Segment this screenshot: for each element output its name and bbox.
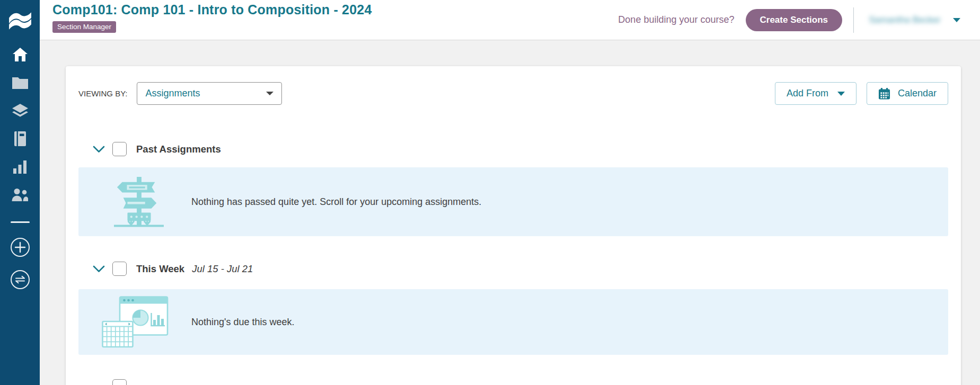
app-root: Comp101: Comp 101 - Intro to Composition… xyxy=(0,0,980,385)
add-from-button[interactable]: Add From xyxy=(775,82,857,105)
sidebar-add-button[interactable] xyxy=(10,237,30,257)
calendar-label: Calendar xyxy=(898,88,937,99)
content-column: Comp101: Comp 101 - Intro to Composition… xyxy=(40,0,980,385)
section-title: This Week xyxy=(136,263,184,275)
viewing-by-value: Assignments xyxy=(146,88,200,99)
sidebar xyxy=(0,0,40,385)
sidebar-divider xyxy=(11,221,30,223)
home-icon xyxy=(13,48,28,61)
collapse-chevron-icon[interactable] xyxy=(93,146,105,153)
sidebar-item-notebook[interactable] xyxy=(12,131,29,147)
plus-circle-icon xyxy=(10,237,30,257)
chevron-down-icon xyxy=(837,92,845,96)
empty-state-message: Nothing's due this week. xyxy=(191,317,295,328)
signpost-icon xyxy=(114,175,191,228)
section-title: Past Assignments xyxy=(136,144,221,155)
dashboard-calendar-icon xyxy=(102,296,191,348)
add-from-label: Add From xyxy=(787,88,828,99)
user-menu[interactable]: Samantha Becker xyxy=(865,15,963,25)
role-badge: Section Manager xyxy=(52,21,116,33)
header: Comp101: Comp 101 - Intro to Composition… xyxy=(40,0,980,40)
chevron-down-icon xyxy=(266,92,273,95)
section-row-past-assignments: Past Assignments xyxy=(93,142,948,156)
sidebar-item-home[interactable] xyxy=(12,47,29,62)
sidebar-switch-button[interactable] xyxy=(10,270,30,290)
main-area: VIEWING BY: Assignments Add From xyxy=(40,40,980,385)
viewing-by-label: VIEWING BY: xyxy=(78,89,128,98)
empty-state-banner: Nothing has passed quite yet. Scroll for… xyxy=(78,167,948,236)
course-header: Comp101: Comp 101 - Intro to Composition… xyxy=(52,0,372,33)
sidebar-item-reports[interactable] xyxy=(12,159,29,175)
viewing-by-select[interactable]: Assignments xyxy=(137,82,282,105)
empty-state-banner: Nothing's due this week. xyxy=(78,289,948,355)
assignments-card: VIEWING BY: Assignments Add From xyxy=(66,66,961,385)
notebook-icon xyxy=(14,131,27,146)
empty-state-message: Nothing has passed quite yet. Scroll for… xyxy=(191,196,481,208)
header-divider xyxy=(853,7,854,33)
layers-icon xyxy=(12,104,28,118)
user-name: Samantha Becker xyxy=(865,15,944,25)
toolbar-actions: Add From xyxy=(775,82,948,105)
macmillan-logo[interactable] xyxy=(0,0,40,40)
page-title: Comp101: Comp 101 - Intro to Composition… xyxy=(52,2,372,17)
folder-icon xyxy=(12,76,28,89)
create-sections-button[interactable]: Create Sections xyxy=(746,9,843,31)
section-checkbox[interactable] xyxy=(112,379,127,385)
calendar-icon xyxy=(878,87,890,100)
header-actions: Done building your course? Create Sectio… xyxy=(618,7,963,33)
people-icon xyxy=(12,189,28,201)
sidebar-item-people[interactable] xyxy=(12,187,29,203)
swap-arrows-icon xyxy=(10,270,30,290)
bar-chart-icon xyxy=(13,160,27,174)
section-row-next xyxy=(93,379,948,385)
sidebar-item-folder[interactable] xyxy=(12,75,29,91)
collapse-chevron-icon[interactable] xyxy=(93,265,105,273)
view-toolbar: VIEWING BY: Assignments Add From xyxy=(78,82,948,105)
sidebar-item-courseware[interactable] xyxy=(12,103,29,119)
calendar-button[interactable]: Calendar xyxy=(867,82,948,105)
section-checkbox[interactable] xyxy=(112,142,127,156)
section-date-range: Jul 15 - Jul 21 xyxy=(192,263,253,275)
section-checkbox[interactable] xyxy=(112,262,127,276)
sidebar-nav xyxy=(10,47,30,290)
section-row-this-week: This Week Jul 15 - Jul 21 xyxy=(93,262,948,276)
build-prompt-text: Done building your course? xyxy=(618,14,734,25)
chevron-down-icon xyxy=(953,18,960,22)
macmillan-logo-icon xyxy=(8,11,32,30)
